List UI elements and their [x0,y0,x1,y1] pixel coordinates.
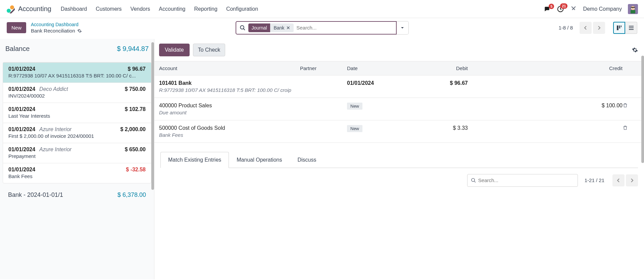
tx-date: 01/01/2024 [8,147,35,153]
account-desc: Bank Fees [159,132,300,138]
app-name: Accounting [18,5,51,13]
row-debit: $ 3.33 [414,125,468,131]
topnav-right: 5 21 Demo Company [543,4,638,14]
tab-pager: 1-21 / 21 [585,177,604,183]
nav-vendors[interactable]: Vendors [131,6,150,12]
transaction-item[interactable]: 01/01/2024$ 96.67R:9772938 10/07 AX 9415… [3,62,151,82]
view-kanban-icon[interactable] [613,22,625,34]
tab-body: 1-21 / 21 [160,168,638,187]
tx-date: 01/01/2024 [8,106,35,112]
pager-text: 1-8 / 8 [558,25,573,31]
tx-amount: $ 102.78 [125,106,146,112]
svg-rect-13 [621,25,622,27]
right-header: Validate To Check [154,39,644,61]
svg-rect-9 [633,8,635,9]
left-scrollbar[interactable] [151,42,154,210]
transaction-item[interactable]: 01/01/2024Azure Interior$ 2,000.00First … [3,123,151,143]
balance-row: Balance $ 9,944.87 [0,39,154,60]
search-icon [471,178,476,183]
tx-desc: R:9772938 10/07 AX 9415116318 T:5 BRT: 1… [8,73,146,78]
tx-amount: $ 750.00 [125,86,146,92]
search-dropdown[interactable] [397,21,409,35]
to-check-button[interactable]: To Check [193,44,226,56]
transaction-item[interactable]: 01/01/2024Azure Interior$ 650.00Prepayme… [3,143,151,163]
account-name: 101401 Bank [159,80,300,86]
tx-desc: Last Year Interests [8,113,146,119]
trash-icon[interactable] [623,125,634,130]
account-desc: R:9772938 10/07 AX 9415116318 T:5 BRT: 1… [159,87,300,93]
svg-rect-11 [617,25,618,30]
messages-icon[interactable]: 5 [543,6,551,12]
tab-manual-operations[interactable]: Manual Operations [229,152,290,168]
tx-amount: $ 96.67 [128,66,146,72]
activities-badge: 21 [560,3,567,9]
transaction-item[interactable]: 01/01/2024$ 102.78Last Year Interests [3,103,151,123]
user-avatar[interactable] [628,4,638,14]
svg-rect-12 [619,25,620,29]
tools-icon[interactable] [570,6,577,12]
tab-pager-prev[interactable] [612,174,625,186]
tx-partner: Azure Interior [39,126,71,132]
transaction-item[interactable]: 01/01/2024Deco Addict$ 750.00INV/2024/00… [3,82,151,103]
pager-prev[interactable] [580,22,592,34]
svg-point-17 [472,178,475,181]
remove-tag-icon[interactable]: ✕ [286,25,290,31]
left-panel: Balance $ 9,944.87 01/01/2024$ 96.67R:97… [0,39,154,279]
nav-customers[interactable]: Customers [96,6,121,12]
search-input[interactable] [296,25,393,31]
nav-reporting[interactable]: Reporting [194,6,217,12]
svg-rect-8 [631,8,633,9]
col-date: Date [347,65,414,71]
svg-rect-16 [629,29,634,30]
tab-search-input[interactable] [478,177,574,183]
tab-pager-next[interactable] [626,174,638,186]
tx-date: 01/01/2024 [8,167,35,173]
trash-icon[interactable] [623,103,634,108]
gear-icon[interactable] [77,29,82,33]
tx-desc: INV/2024/00002 [8,93,146,99]
tx-date: 01/01/2024 [8,126,35,132]
svg-rect-14 [629,26,634,26]
settings-icon[interactable] [632,47,638,53]
search-tag-field: Journal [248,23,270,32]
col-credit: Credit [468,65,623,71]
new-badge: New [347,103,362,110]
row-date: 01/01/2024 [347,80,374,86]
breadcrumb-parent[interactable]: Accounting Dashboard [31,22,79,27]
nav-links: Dashboard Customers Vendors Accounting R… [61,6,258,12]
account-desc: Due amount [159,110,300,115]
grid-row[interactable]: 400000 Product SalesDue amountNew$ 100.0… [154,98,644,120]
svg-point-0 [7,9,11,13]
nav-configuration[interactable]: Configuration [226,6,258,12]
nav-accounting[interactable]: Accounting [159,6,185,12]
tab-discuss[interactable]: Discuss [290,152,324,168]
tx-date: 01/01/2024 [8,66,35,72]
tx-desc: First $ 2,000.00 of invoice 2024/00001 [8,133,146,139]
tab-search-box[interactable] [467,174,578,187]
tx-partner: Deco Addict [39,86,68,92]
transaction-list: 01/01/2024$ 96.67R:9772938 10/07 AX 9415… [3,62,151,183]
transaction-item[interactable]: 01/01/2024$ -32.58Bank Fees [3,163,151,183]
app-logo[interactable]: Accounting [6,5,51,13]
view-list-icon[interactable] [625,22,637,34]
activities-icon[interactable]: 21 [557,5,564,13]
tx-amount: $ 650.00 [125,147,146,153]
search-box[interactable]: Journal Bank ✕ [236,21,397,35]
company-name[interactable]: Demo Company [583,6,622,12]
pager-next[interactable] [593,22,605,34]
search-icon [240,25,246,31]
tabs-wrap: Match Existing Entries Manual Operations… [154,152,644,187]
breadcrumb: Accounting Dashboard Bank Reconciliation [31,21,82,34]
grid-row[interactable]: 101401 BankR:9772938 10/07 AX 9415116318… [154,75,644,98]
statement-ref: Bank - 2024-01-01/1 [8,191,63,199]
tabs: Match Existing Entries Manual Operations… [160,152,638,168]
right-scrollbar[interactable] [641,56,644,207]
logo-icon [6,5,15,13]
breadcrumb-current: Bank Reconciliation [31,27,75,34]
tab-match-existing[interactable]: Match Existing Entries [160,152,229,168]
grid-row[interactable]: 500000 Cost of Goods SoldBank FeesNew$ 3… [154,120,644,143]
nav-dashboard[interactable]: Dashboard [61,6,87,12]
new-button[interactable]: New [7,22,26,33]
top-nav: Accounting Dashboard Customers Vendors A… [0,0,644,18]
validate-button[interactable]: Validate [159,44,190,56]
